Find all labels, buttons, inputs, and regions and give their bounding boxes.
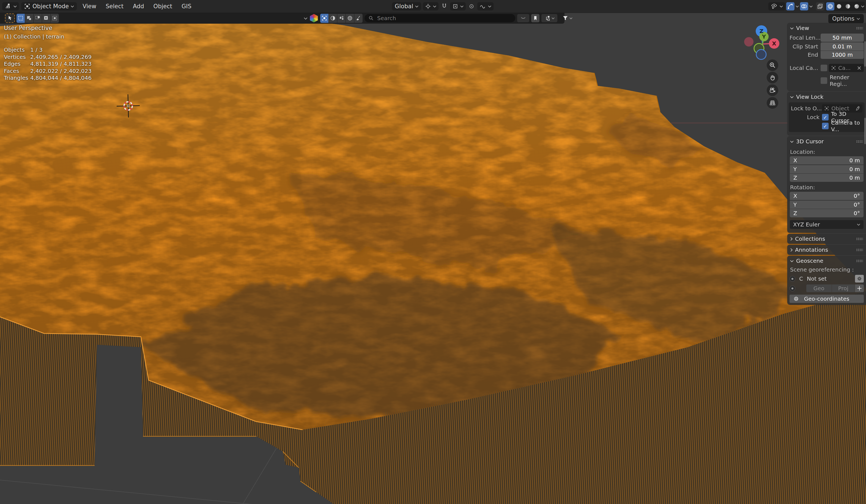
- stat-value: 1 / 3: [30, 46, 43, 54]
- gis-clean-button[interactable]: [354, 14, 363, 23]
- shading-wireframe-button[interactable]: [826, 2, 834, 10]
- show-overlays-button[interactable]: [800, 2, 808, 10]
- panel-3d-cursor-header[interactable]: 3D Cursor: [787, 136, 866, 146]
- select-set-button[interactable]: [16, 14, 25, 23]
- gis-shading-button[interactable]: [329, 14, 337, 23]
- camera-view-button[interactable]: [767, 85, 778, 96]
- chevron-down-icon[interactable]: [796, 5, 799, 8]
- rotation-x-field[interactable]: X 0°: [790, 192, 864, 200]
- axis-minus-x[interactable]: [744, 37, 754, 46]
- eyedropper-icon[interactable]: [855, 106, 860, 111]
- show-hide-select[interactable]: [768, 2, 785, 10]
- active-tool-select-button[interactable]: [5, 13, 15, 23]
- gis-terrain-drops-button[interactable]: [337, 14, 345, 23]
- show-gizmo-button[interactable]: [786, 2, 795, 10]
- menu-select[interactable]: Select: [102, 0, 127, 13]
- camera-to-view-row: ✓ Camera to V...: [791, 122, 863, 130]
- proj-button[interactable]: Proj: [832, 284, 855, 292]
- plus-icon: +: [857, 284, 862, 292]
- view-layer-button[interactable]: [541, 14, 557, 22]
- clip-start-slider[interactable]: 0.01 m: [821, 42, 864, 51]
- stat-label: Faces: [4, 68, 30, 75]
- shading-rendered-button[interactable]: [853, 2, 861, 10]
- proportional-falloff-select[interactable]: [477, 2, 493, 10]
- select-subtract-icon: [35, 15, 41, 21]
- wireframe-sphere-icon: [827, 3, 834, 10]
- select-extend-button[interactable]: [25, 14, 33, 23]
- focal-length-row: Focal Len... 50 mm: [789, 34, 864, 42]
- mode-label: Object Mode: [32, 3, 69, 10]
- chevron-down-icon[interactable]: [809, 5, 813, 8]
- rotation-y-field[interactable]: Y 0°: [790, 201, 864, 209]
- select-intersect-button[interactable]: [51, 14, 59, 23]
- panel-grip-handle[interactable]: [856, 27, 863, 30]
- zoom-button[interactable]: [767, 59, 778, 71]
- render-region-checkbox[interactable]: [821, 77, 827, 84]
- add-crs-button[interactable]: +: [855, 284, 864, 292]
- proportional-editing-button[interactable]: [467, 2, 476, 10]
- menu-add[interactable]: Add: [129, 0, 148, 13]
- panel-grip-handle[interactable]: [856, 249, 863, 251]
- select-invert-button[interactable]: [42, 14, 50, 23]
- viewport-3d[interactable]: Z Y X: [0, 0, 866, 504]
- chevron-down-icon[interactable]: [861, 5, 864, 8]
- rotation-z-field[interactable]: Z 0°: [790, 209, 864, 217]
- transform-orientation-select[interactable]: Global: [392, 2, 421, 10]
- menu-object[interactable]: Object: [150, 0, 176, 13]
- gis-basemap-icon[interactable]: [310, 14, 318, 23]
- gis-globe-button[interactable]: [346, 14, 354, 23]
- xray-toggle-button[interactable]: [816, 2, 824, 10]
- menu-view[interactable]: View: [79, 0, 100, 13]
- collapse-chevron-icon[interactable]: [304, 17, 308, 20]
- axis-minus-z[interactable]: [756, 49, 766, 59]
- crs-radio[interactable]: [789, 276, 795, 282]
- select-subtract-button[interactable]: [34, 14, 42, 23]
- render-region-row: Render Regi...: [789, 77, 864, 85]
- pan-button[interactable]: [767, 72, 778, 83]
- pivot-point-select[interactable]: [423, 2, 438, 10]
- bookmark-button[interactable]: [531, 14, 540, 22]
- panel-grip-handle[interactable]: [856, 260, 863, 262]
- location-z-field[interactable]: Z 0 m: [790, 173, 864, 182]
- editor-type-button[interactable]: [2, 2, 19, 10]
- panel-view-lock-header[interactable]: View Lock: [787, 92, 866, 102]
- panel-grip-handle[interactable]: [856, 140, 863, 143]
- search-input[interactable]: [377, 14, 511, 22]
- to-3d-cursor-checkbox[interactable]: ✓: [822, 114, 829, 121]
- geo-label: Geo: [813, 285, 824, 292]
- filter-button[interactable]: [559, 14, 575, 22]
- panel-annotations[interactable]: Annotations: [787, 245, 866, 255]
- geo-proj-radio[interactable]: [789, 285, 795, 291]
- camera-to-view-checkbox[interactable]: ✓: [822, 123, 829, 129]
- geo-coordinates-button[interactable]: Geo-coordinates: [789, 295, 864, 303]
- presets-button[interactable]: [517, 14, 529, 22]
- location-x-field[interactable]: X 0 m: [790, 156, 864, 165]
- geo-button[interactable]: Geo: [806, 284, 832, 292]
- gis-region-button[interactable]: [320, 14, 329, 23]
- panel-view-header[interactable]: View: [787, 23, 866, 33]
- axis-x-label: X: [772, 40, 776, 47]
- menu-gis[interactable]: GIS: [178, 0, 195, 13]
- focal-length-slider[interactable]: 50 mm: [821, 34, 864, 42]
- search-field[interactable]: [365, 14, 515, 22]
- snap-target-select[interactable]: [450, 2, 466, 10]
- local-camera-field[interactable]: Ca... ×: [829, 64, 864, 72]
- mode-select[interactable]: Object Mode: [21, 2, 77, 10]
- location-y-field[interactable]: Y 0 m: [790, 165, 864, 173]
- snap-toggle-button[interactable]: [440, 2, 448, 10]
- sidebar-scrollbar[interactable]: [864, 41, 866, 67]
- clip-end-row: End 1000 m: [789, 51, 864, 59]
- rotation-mode-dropdown[interactable]: XYZ Euler: [790, 220, 864, 229]
- clip-end-slider[interactable]: 1000 m: [821, 51, 864, 59]
- orientation-label: Global: [395, 3, 413, 10]
- ortho-toggle-button[interactable]: [767, 97, 778, 109]
- shading-material-button[interactable]: [844, 2, 852, 10]
- panel-geoscene-header[interactable]: Geoscene: [787, 256, 866, 266]
- clear-icon[interactable]: ×: [857, 65, 862, 71]
- shading-solid-button[interactable]: [835, 2, 843, 10]
- panel-grip-handle[interactable]: [856, 238, 863, 240]
- crs-settings-button[interactable]: [855, 275, 864, 282]
- local-camera-checkbox[interactable]: [821, 65, 827, 71]
- panel-collections[interactable]: Collections: [787, 234, 866, 244]
- sidebar-scrollbar[interactable]: [864, 118, 866, 144]
